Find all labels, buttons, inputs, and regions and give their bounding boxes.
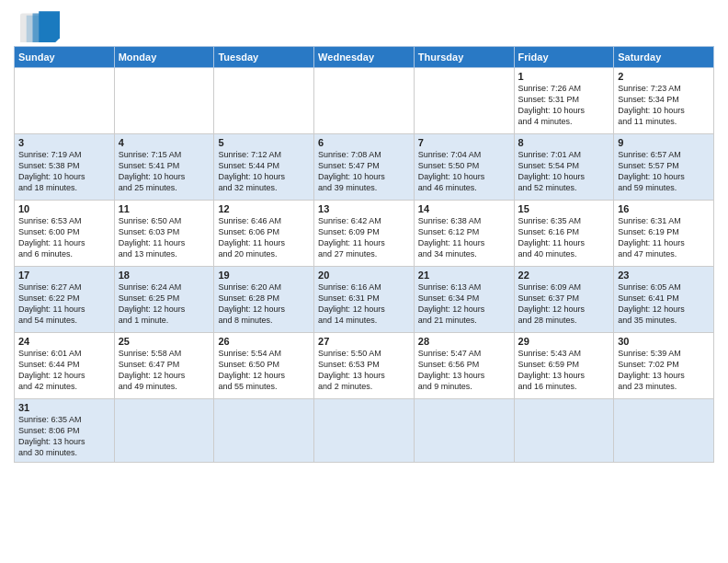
calendar-cell-w3-d3: 12Sunrise: 6:46 AM Sunset: 6:06 PM Dayli…	[214, 201, 314, 267]
calendar-cell-w3-d5: 14Sunrise: 6:38 AM Sunset: 6:12 PM Dayli…	[414, 201, 514, 267]
calendar-cell-w2-d7: 9Sunrise: 6:57 AM Sunset: 5:57 PM Daylig…	[614, 134, 714, 201]
calendar-cell-w5-d5: 28Sunrise: 5:47 AM Sunset: 6:56 PM Dayli…	[414, 333, 514, 399]
day-info: Sunrise: 5:43 AM Sunset: 6:59 PM Dayligh…	[518, 348, 610, 393]
calendar-week-6: 31Sunrise: 6:35 AM Sunset: 8:06 PM Dayli…	[15, 399, 714, 463]
calendar-cell-w1-d7: 2Sunrise: 7:23 AM Sunset: 5:34 PM Daylig…	[614, 68, 714, 134]
day-info: Sunrise: 7:15 AM Sunset: 5:41 PM Dayligh…	[119, 149, 210, 194]
logo	[14, 9, 63, 42]
calendar-cell-w3-d7: 16Sunrise: 6:31 AM Sunset: 6:19 PM Dayli…	[614, 201, 714, 267]
day-number: 16	[618, 203, 710, 214]
calendar-cell-w6-d1: 31Sunrise: 6:35 AM Sunset: 8:06 PM Dayli…	[15, 399, 115, 463]
weekday-header-wednesday: Wednesday	[314, 47, 415, 68]
day-number: 20	[318, 270, 410, 281]
day-info: Sunrise: 6:27 AM Sunset: 6:22 PM Dayligh…	[18, 282, 110, 327]
calendar-cell-w2-d1: 3Sunrise: 7:19 AM Sunset: 5:38 PM Daylig…	[15, 134, 115, 201]
calendar-cell-w2-d5: 7Sunrise: 7:04 AM Sunset: 5:50 PM Daylig…	[414, 134, 514, 201]
weekday-header-sunday: Sunday	[15, 47, 115, 68]
day-info: Sunrise: 7:23 AM Sunset: 5:34 PM Dayligh…	[618, 83, 710, 128]
day-number: 14	[418, 203, 510, 214]
calendar-week-3: 10Sunrise: 6:53 AM Sunset: 6:00 PM Dayli…	[15, 201, 714, 267]
day-info: Sunrise: 7:04 AM Sunset: 5:50 PM Dayligh…	[418, 149, 510, 194]
calendar-week-1: 1Sunrise: 7:26 AM Sunset: 5:31 PM Daylig…	[15, 68, 714, 134]
day-info: Sunrise: 6:50 AM Sunset: 6:03 PM Dayligh…	[119, 215, 210, 260]
day-info: Sunrise: 7:26 AM Sunset: 5:31 PM Dayligh…	[518, 83, 610, 128]
day-info: Sunrise: 6:35 AM Sunset: 6:16 PM Dayligh…	[518, 215, 610, 260]
day-info: Sunrise: 6:05 AM Sunset: 6:41 PM Dayligh…	[618, 282, 710, 327]
day-number: 25	[119, 336, 210, 347]
calendar-cell-w6-d6	[514, 399, 614, 463]
day-number: 18	[119, 270, 210, 281]
day-info: Sunrise: 6:42 AM Sunset: 6:09 PM Dayligh…	[318, 215, 410, 260]
calendar-cell-w4-d6: 22Sunrise: 6:09 AM Sunset: 6:37 PM Dayli…	[514, 267, 614, 333]
calendar-cell-w2-d4: 6Sunrise: 7:08 AM Sunset: 5:47 PM Daylig…	[314, 134, 415, 201]
calendar-cell-w6-d4	[314, 399, 415, 463]
weekday-header-thursday: Thursday	[414, 47, 514, 68]
weekday-header-tuesday: Tuesday	[214, 47, 314, 68]
day-number: 10	[18, 203, 110, 214]
day-number: 26	[218, 336, 310, 347]
day-info: Sunrise: 5:50 AM Sunset: 6:53 PM Dayligh…	[318, 348, 410, 393]
day-number: 6	[318, 137, 410, 148]
calendar-cell-w2-d2: 4Sunrise: 7:15 AM Sunset: 5:41 PM Daylig…	[114, 134, 214, 201]
calendar-cell-w1-d2	[114, 68, 214, 134]
day-number: 19	[218, 270, 310, 281]
day-info: Sunrise: 6:20 AM Sunset: 6:28 PM Dayligh…	[218, 282, 310, 327]
day-info: Sunrise: 7:19 AM Sunset: 5:38 PM Dayligh…	[18, 149, 110, 194]
calendar-cell-w6-d3	[214, 399, 314, 463]
calendar-week-5: 24Sunrise: 6:01 AM Sunset: 6:44 PM Dayli…	[15, 333, 714, 399]
day-number: 31	[18, 402, 110, 413]
calendar-cell-w4-d3: 19Sunrise: 6:20 AM Sunset: 6:28 PM Dayli…	[214, 267, 314, 333]
day-number: 28	[418, 336, 510, 347]
day-number: 8	[518, 137, 610, 148]
day-info: Sunrise: 6:35 AM Sunset: 8:06 PM Dayligh…	[18, 414, 110, 459]
calendar-cell-w1-d4	[314, 68, 415, 134]
day-number: 15	[518, 203, 610, 214]
day-info: Sunrise: 6:53 AM Sunset: 6:00 PM Dayligh…	[18, 215, 110, 260]
calendar-cell-w4-d1: 17Sunrise: 6:27 AM Sunset: 6:22 PM Dayli…	[15, 267, 115, 333]
day-number: 12	[218, 203, 310, 214]
calendar-cell-w5-d4: 27Sunrise: 5:50 AM Sunset: 6:53 PM Dayli…	[314, 333, 415, 399]
calendar-cell-w3-d4: 13Sunrise: 6:42 AM Sunset: 6:09 PM Dayli…	[314, 201, 415, 267]
weekday-header-row: SundayMondayTuesdayWednesdayThursdayFrid…	[15, 47, 714, 68]
day-number: 27	[318, 336, 410, 347]
day-info: Sunrise: 6:01 AM Sunset: 6:44 PM Dayligh…	[18, 348, 110, 393]
calendar-thead: SundayMondayTuesdayWednesdayThursdayFrid…	[15, 47, 714, 68]
calendar-cell-w1-d3	[214, 68, 314, 134]
calendar-page: SundayMondayTuesdayWednesdayThursdayFrid…	[0, 0, 728, 472]
day-info: Sunrise: 7:08 AM Sunset: 5:47 PM Dayligh…	[318, 149, 410, 194]
day-info: Sunrise: 6:38 AM Sunset: 6:12 PM Dayligh…	[418, 215, 510, 260]
day-number: 23	[618, 270, 710, 281]
day-info: Sunrise: 6:16 AM Sunset: 6:31 PM Dayligh…	[318, 282, 410, 327]
day-number: 24	[18, 336, 110, 347]
calendar-cell-w6-d2	[114, 399, 214, 463]
calendar-cell-w5-d3: 26Sunrise: 5:54 AM Sunset: 6:50 PM Dayli…	[214, 333, 314, 399]
day-info: Sunrise: 5:58 AM Sunset: 6:47 PM Dayligh…	[119, 348, 210, 393]
calendar-header	[14, 9, 714, 42]
day-number: 17	[18, 270, 110, 281]
day-number: 22	[518, 270, 610, 281]
day-info: Sunrise: 6:46 AM Sunset: 6:06 PM Dayligh…	[218, 215, 310, 260]
weekday-header-saturday: Saturday	[614, 47, 714, 68]
calendar-cell-w5-d2: 25Sunrise: 5:58 AM Sunset: 6:47 PM Dayli…	[114, 333, 214, 399]
day-info: Sunrise: 6:13 AM Sunset: 6:34 PM Dayligh…	[418, 282, 510, 327]
day-info: Sunrise: 6:57 AM Sunset: 5:57 PM Dayligh…	[618, 149, 710, 194]
day-info: Sunrise: 7:12 AM Sunset: 5:44 PM Dayligh…	[218, 149, 310, 194]
calendar-cell-w2-d6: 8Sunrise: 7:01 AM Sunset: 5:54 PM Daylig…	[514, 134, 614, 201]
day-info: Sunrise: 6:24 AM Sunset: 6:25 PM Dayligh…	[119, 282, 210, 327]
calendar-cell-w1-d1	[15, 68, 115, 134]
calendar-cell-w5-d1: 24Sunrise: 6:01 AM Sunset: 6:44 PM Dayli…	[15, 333, 115, 399]
calendar-cell-w1-d5	[414, 68, 514, 134]
calendar-cell-w5-d6: 29Sunrise: 5:43 AM Sunset: 6:59 PM Dayli…	[514, 333, 614, 399]
day-number: 7	[418, 137, 510, 148]
logo-icon	[14, 9, 60, 42]
calendar-cell-w4-d5: 21Sunrise: 6:13 AM Sunset: 6:34 PM Dayli…	[414, 267, 514, 333]
day-number: 29	[518, 336, 610, 347]
calendar-table: SundayMondayTuesdayWednesdayThursdayFrid…	[14, 46, 714, 463]
calendar-cell-w3-d2: 11Sunrise: 6:50 AM Sunset: 6:03 PM Dayli…	[114, 201, 214, 267]
day-info: Sunrise: 6:09 AM Sunset: 6:37 PM Dayligh…	[518, 282, 610, 327]
calendar-cell-w6-d5	[414, 399, 514, 463]
calendar-cell-w1-d6: 1Sunrise: 7:26 AM Sunset: 5:31 PM Daylig…	[514, 68, 614, 134]
day-number: 21	[418, 270, 510, 281]
day-number: 13	[318, 203, 410, 214]
day-number: 3	[18, 137, 110, 148]
